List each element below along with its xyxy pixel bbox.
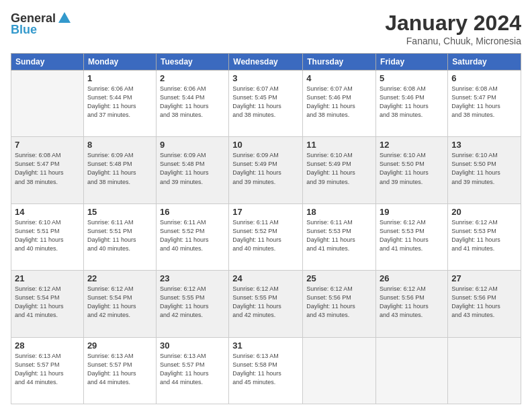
table-row: 29Sunrise: 6:13 AM Sunset: 5:57 PM Dayli… (83, 337, 156, 404)
svg-marker-0 (58, 12, 71, 23)
table-row: 30Sunrise: 6:13 AM Sunset: 5:57 PM Dayli… (156, 337, 228, 404)
day-info: Sunrise: 6:12 AM Sunset: 5:56 PM Dayligh… (380, 285, 444, 320)
day-number: 11 (306, 140, 372, 150)
logo-icon (57, 11, 72, 26)
day-number: 5 (380, 73, 444, 83)
col-friday: Friday (376, 54, 448, 71)
table-row (11, 71, 84, 137)
calendar-week-row: 1Sunrise: 6:06 AM Sunset: 5:44 PM Daylig… (11, 71, 521, 137)
day-number: 27 (451, 273, 517, 283)
table-row: 2Sunrise: 6:06 AM Sunset: 5:44 PM Daylig… (156, 71, 228, 137)
day-info: Sunrise: 6:12 AM Sunset: 5:55 PM Dayligh… (160, 285, 225, 320)
day-number: 22 (87, 273, 152, 283)
day-number: 24 (232, 273, 299, 283)
table-row: 25Sunrise: 6:12 AM Sunset: 5:56 PM Dayli… (303, 271, 376, 337)
logo-blue: Blue (11, 23, 37, 37)
day-number: 17 (232, 207, 299, 217)
day-info: Sunrise: 6:06 AM Sunset: 5:44 PM Dayligh… (160, 85, 225, 120)
header: General Blue January 2024 Fananu, Chuuk,… (11, 11, 521, 46)
day-info: Sunrise: 6:10 AM Sunset: 5:50 PM Dayligh… (451, 151, 517, 186)
day-number: 21 (15, 273, 80, 283)
day-number: 15 (87, 207, 152, 217)
col-sunday: Sunday (11, 54, 84, 71)
day-info: Sunrise: 6:09 AM Sunset: 5:48 PM Dayligh… (160, 151, 225, 186)
table-row: 28Sunrise: 6:13 AM Sunset: 5:57 PM Dayli… (11, 337, 84, 404)
day-number: 26 (380, 273, 444, 283)
day-info: Sunrise: 6:12 AM Sunset: 5:53 PM Dayligh… (451, 218, 517, 253)
day-info: Sunrise: 6:10 AM Sunset: 5:50 PM Dayligh… (380, 151, 444, 186)
day-number: 23 (160, 273, 225, 283)
day-number: 28 (15, 340, 80, 351)
table-row: 8Sunrise: 6:09 AM Sunset: 5:48 PM Daylig… (83, 137, 156, 203)
page: General Blue January 2024 Fananu, Chuuk,… (0, 0, 532, 411)
table-row (376, 337, 448, 404)
table-row: 13Sunrise: 6:10 AM Sunset: 5:50 PM Dayli… (448, 137, 521, 203)
day-info: Sunrise: 6:07 AM Sunset: 5:45 PM Dayligh… (232, 85, 299, 120)
day-info: Sunrise: 6:12 AM Sunset: 5:54 PM Dayligh… (87, 285, 152, 320)
day-info: Sunrise: 6:08 AM Sunset: 5:47 PM Dayligh… (15, 151, 80, 186)
table-row: 11Sunrise: 6:10 AM Sunset: 5:49 PM Dayli… (303, 137, 376, 203)
day-info: Sunrise: 6:12 AM Sunset: 5:55 PM Dayligh… (232, 285, 299, 320)
col-tuesday: Tuesday (156, 54, 228, 71)
table-row: 4Sunrise: 6:07 AM Sunset: 5:46 PM Daylig… (303, 71, 376, 137)
day-number: 12 (380, 140, 444, 150)
day-number: 7 (15, 140, 80, 150)
table-row: 26Sunrise: 6:12 AM Sunset: 5:56 PM Dayli… (376, 271, 448, 337)
day-number: 14 (15, 207, 80, 217)
day-info: Sunrise: 6:11 AM Sunset: 5:52 PM Dayligh… (232, 218, 299, 253)
calendar-week-row: 28Sunrise: 6:13 AM Sunset: 5:57 PM Dayli… (11, 337, 521, 404)
day-info: Sunrise: 6:12 AM Sunset: 5:54 PM Dayligh… (15, 285, 80, 320)
day-number: 6 (451, 73, 517, 83)
day-number: 13 (451, 140, 517, 150)
day-info: Sunrise: 6:12 AM Sunset: 5:56 PM Dayligh… (451, 285, 517, 320)
table-row: 20Sunrise: 6:12 AM Sunset: 5:53 PM Dayli… (448, 203, 521, 270)
day-number: 10 (232, 140, 299, 150)
table-row: 27Sunrise: 6:12 AM Sunset: 5:56 PM Dayli… (448, 271, 521, 337)
day-number: 18 (306, 207, 372, 217)
table-row: 3Sunrise: 6:07 AM Sunset: 5:45 PM Daylig… (229, 71, 303, 137)
month-title: January 2024 (385, 11, 521, 36)
table-row: 21Sunrise: 6:12 AM Sunset: 5:54 PM Dayli… (11, 271, 84, 337)
table-row: 6Sunrise: 6:08 AM Sunset: 5:47 PM Daylig… (448, 71, 521, 137)
col-saturday: Saturday (448, 54, 521, 71)
day-number: 2 (160, 73, 225, 83)
table-row: 15Sunrise: 6:11 AM Sunset: 5:51 PM Dayli… (83, 203, 156, 270)
calendar-week-row: 21Sunrise: 6:12 AM Sunset: 5:54 PM Dayli… (11, 271, 521, 337)
table-row: 17Sunrise: 6:11 AM Sunset: 5:52 PM Dayli… (229, 203, 303, 270)
day-number: 30 (160, 340, 225, 351)
day-number: 29 (87, 340, 152, 351)
table-row: 19Sunrise: 6:12 AM Sunset: 5:53 PM Dayli… (376, 203, 448, 270)
location-title: Fananu, Chuuk, Micronesia (385, 36, 521, 46)
table-row: 5Sunrise: 6:08 AM Sunset: 5:46 PM Daylig… (376, 71, 448, 137)
table-row: 24Sunrise: 6:12 AM Sunset: 5:55 PM Dayli… (229, 271, 303, 337)
day-number: 8 (87, 140, 152, 150)
day-number: 25 (306, 273, 372, 283)
day-info: Sunrise: 6:12 AM Sunset: 5:56 PM Dayligh… (306, 285, 372, 320)
col-thursday: Thursday (303, 54, 376, 71)
table-row: 31Sunrise: 6:13 AM Sunset: 5:58 PM Dayli… (229, 337, 303, 404)
day-info: Sunrise: 6:10 AM Sunset: 5:51 PM Dayligh… (15, 218, 80, 253)
calendar-week-row: 14Sunrise: 6:10 AM Sunset: 5:51 PM Dayli… (11, 203, 521, 270)
day-info: Sunrise: 6:06 AM Sunset: 5:44 PM Dayligh… (87, 85, 152, 120)
logo: General Blue (11, 11, 72, 37)
col-wednesday: Wednesday (229, 54, 303, 71)
day-info: Sunrise: 6:13 AM Sunset: 5:57 PM Dayligh… (15, 352, 80, 387)
day-number: 31 (232, 340, 299, 351)
header-row: Sunday Monday Tuesday Wednesday Thursday… (11, 54, 521, 71)
day-number: 20 (451, 207, 517, 217)
day-number: 19 (380, 207, 444, 217)
table-row: 16Sunrise: 6:11 AM Sunset: 5:52 PM Dayli… (156, 203, 228, 270)
day-number: 9 (160, 140, 225, 150)
day-number: 16 (160, 207, 225, 217)
table-row: 14Sunrise: 6:10 AM Sunset: 5:51 PM Dayli… (11, 203, 84, 270)
col-monday: Monday (83, 54, 156, 71)
table-row: 23Sunrise: 6:12 AM Sunset: 5:55 PM Dayli… (156, 271, 228, 337)
table-row: 22Sunrise: 6:12 AM Sunset: 5:54 PM Dayli… (83, 271, 156, 337)
day-info: Sunrise: 6:09 AM Sunset: 5:49 PM Dayligh… (232, 151, 299, 186)
table-row (448, 337, 521, 404)
table-row: 12Sunrise: 6:10 AM Sunset: 5:50 PM Dayli… (376, 137, 448, 203)
day-info: Sunrise: 6:13 AM Sunset: 5:57 PM Dayligh… (87, 352, 152, 387)
calendar-week-row: 7Sunrise: 6:08 AM Sunset: 5:47 PM Daylig… (11, 137, 521, 203)
day-info: Sunrise: 6:12 AM Sunset: 5:53 PM Dayligh… (380, 218, 444, 253)
table-row: 18Sunrise: 6:11 AM Sunset: 5:53 PM Dayli… (303, 203, 376, 270)
